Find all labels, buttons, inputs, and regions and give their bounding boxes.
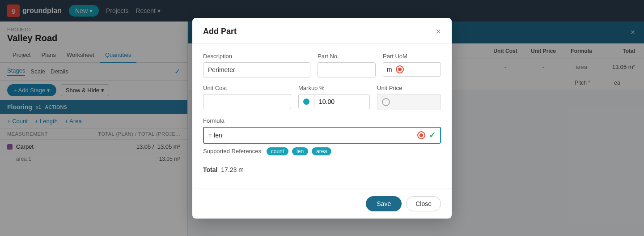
formula-input-wrap: = len ✓ xyxy=(203,127,441,144)
partno-group: Part No. xyxy=(318,53,376,77)
partuom-group: Part UoM m xyxy=(383,53,441,77)
unitprice-radio[interactable] xyxy=(382,98,390,106)
partuom-radio-selected[interactable] xyxy=(396,65,404,73)
ref-badge-count: count xyxy=(267,147,288,155)
markup-input[interactable] xyxy=(314,94,370,109)
modal-body: Description Part No. Part UoM m xyxy=(192,44,452,189)
formula-section: Formula = len ✓ Supported References: co… xyxy=(203,117,441,155)
supported-refs-label: Supported References: xyxy=(203,148,263,154)
markup-label: Markup % xyxy=(298,85,370,91)
markup-input-group xyxy=(298,94,370,109)
partuom-value: m xyxy=(387,66,392,73)
ref-badge-len: len xyxy=(292,147,308,155)
partno-input[interactable] xyxy=(318,62,376,77)
unitprice-label: Unit Price xyxy=(377,85,441,91)
ref-badge-area: area xyxy=(312,147,331,155)
markup-radio-button[interactable] xyxy=(299,95,314,108)
unitprice-group: Unit Price xyxy=(377,85,441,110)
modal-header: Add Part × xyxy=(192,18,452,44)
total-label: Total xyxy=(203,166,217,173)
save-button[interactable]: Save xyxy=(366,196,402,211)
unitprice-input-group xyxy=(377,94,441,110)
formula-value: = len xyxy=(208,132,414,139)
unitcost-group: Unit Cost xyxy=(203,85,291,110)
partuom-label: Part UoM xyxy=(383,53,441,60)
modal-footer: Save Close xyxy=(192,189,452,219)
add-part-modal: Add Part × Description Part No. Part UoM… xyxy=(192,18,452,219)
description-group: Description xyxy=(203,53,310,77)
partuom-input-group: m xyxy=(383,62,441,77)
description-input[interactable] xyxy=(203,62,310,77)
modal-overlay: Add Part × Description Part No. Part UoM… xyxy=(0,0,644,236)
unitcost-input[interactable] xyxy=(203,94,291,109)
modal-close-icon[interactable]: × xyxy=(436,27,441,36)
form-row-2: Unit Cost Markup % Unit Price xyxy=(203,85,441,110)
supported-refs: Supported References: count len area xyxy=(203,147,441,155)
formula-label: Formula xyxy=(203,117,441,124)
total-row: Total 17.23 m xyxy=(203,162,441,173)
description-label: Description xyxy=(203,53,310,60)
formula-radio-selected[interactable] xyxy=(417,131,425,139)
form-row-1: Description Part No. Part UoM m xyxy=(203,53,441,77)
markup-radio-unselected xyxy=(303,99,309,105)
modal-title: Add Part xyxy=(203,27,237,36)
total-value: 17.23 m xyxy=(221,166,244,173)
formula-check-icon: ✓ xyxy=(429,130,436,140)
partno-label: Part No. xyxy=(318,53,376,60)
close-button[interactable]: Close xyxy=(406,196,441,211)
markup-group: Markup % xyxy=(298,85,370,110)
unitcost-label: Unit Cost xyxy=(203,85,291,91)
